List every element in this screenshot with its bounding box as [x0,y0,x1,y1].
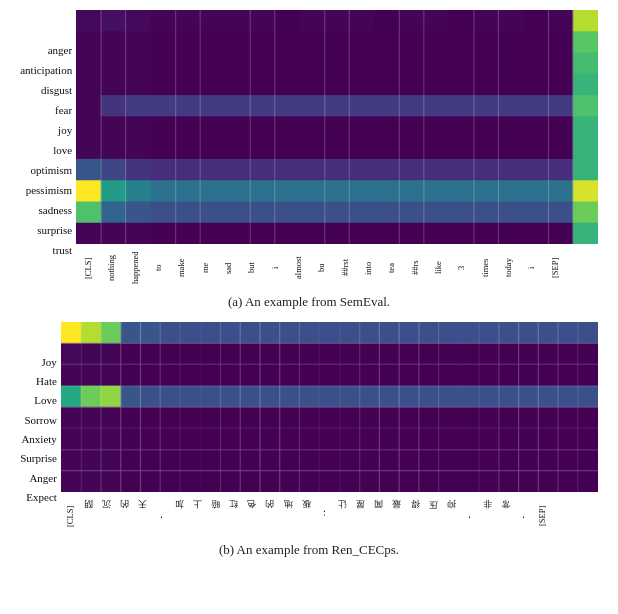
y-label: love [20,140,72,160]
x-label: to [146,246,169,290]
y-label: Sorrow [20,411,57,430]
renceeps-canvas [61,322,598,492]
x-label: 红 [224,494,242,538]
x-label: 闻 [369,494,387,538]
y-label: fear [20,100,72,120]
y-label: Love [20,391,57,410]
y-label: anger [20,40,72,60]
renceeps-section: JoyHateLoveSorrowAnxietySurpriseAngerExp… [5,322,613,566]
x-label: [SEP] [543,246,566,290]
x-label: ##rs [403,246,426,290]
y-label: Hate [20,372,57,391]
semeval-canvas [76,10,598,244]
y-label: Surprise [20,449,57,468]
x-label: 抑 [442,494,460,538]
x-label: i [519,246,542,290]
x-label: i [263,246,286,290]
x-label: bu [309,246,332,290]
y-label: sadness [20,200,72,220]
renceeps-caption: (b) An example from Ren_CECps. [219,542,399,558]
y-label: Joy [20,353,57,372]
x-label: 阴 [79,494,97,538]
renceeps-x-labels: [CLS]阴沉的天，加上暗红色的地板；让屋闻最得压抑，非常，[SEP] [61,494,551,538]
y-label: joy [20,120,72,140]
x-label: 加 [170,494,188,538]
x-label: tea [379,246,402,290]
semeval-x-labels: [CLS]nothinghappenedtomakemesadbutialmos… [76,246,566,290]
x-label: [CLS] [76,246,99,290]
x-label: 色 [242,494,260,538]
y-label: pessimism [20,180,72,200]
x-label: make [169,246,192,290]
x-label: ， [460,494,478,538]
x-label: 让 [333,494,351,538]
x-label: 常 [496,494,514,538]
y-label: anticipation [20,60,72,80]
x-label: ， [152,494,170,538]
x-label: 3 [449,246,472,290]
x-label: 地 [279,494,297,538]
x-label: 的 [115,494,133,538]
x-label: into [356,246,379,290]
semeval-heatmap-wrapper: angeranticipationdisgustfearjoyloveoptim… [20,10,598,290]
x-label: almost [286,246,309,290]
x-label: 得 [406,494,424,538]
x-label: 沉 [97,494,115,538]
renceeps-heatmap-wrapper: JoyHateLoveSorrowAnxietySurpriseAngerExp… [20,322,598,538]
semeval-heatmap-and-x: [CLS]nothinghappenedtomakemesadbutialmos… [76,10,598,290]
x-label: ##rst [333,246,356,290]
x-label: ， [514,494,532,538]
x-label: me [193,246,216,290]
x-label: [SEP] [533,494,551,538]
y-label: Anxiety [20,430,57,449]
x-label: today [496,246,519,290]
x-label: 天 [133,494,151,538]
x-label: 压 [424,494,442,538]
x-label: 板 [297,494,315,538]
semeval-y-labels: angeranticipationdisgustfearjoyloveoptim… [20,40,76,260]
x-label: 暗 [206,494,224,538]
y-label: Anger [20,469,57,488]
x-label: 的 [260,494,278,538]
x-label: sad [216,246,239,290]
x-label: ； [315,494,333,538]
x-label: 屋 [351,494,369,538]
figure-container: angeranticipationdisgustfearjoyloveoptim… [5,10,613,570]
y-label: disgust [20,80,72,100]
semeval-section: angeranticipationdisgustfearjoyloveoptim… [5,10,613,318]
renceeps-y-labels: JoyHateLoveSorrowAnxietySurpriseAngerExp… [20,353,61,508]
y-label: Expect [20,488,57,507]
x-label: [CLS] [61,494,79,538]
x-label: 非 [478,494,496,538]
x-label: 最 [387,494,405,538]
semeval-caption: (a) An example from SemEval. [228,294,390,310]
x-label: happened [123,246,146,290]
x-label: like [426,246,449,290]
y-label: trust [20,240,72,260]
y-label: optimism [20,160,72,180]
y-label: surprise [20,220,72,240]
x-label: nothing [99,246,122,290]
renceeps-heatmap-and-x: [CLS]阴沉的天，加上暗红色的地板；让屋闻最得压抑，非常，[SEP] [61,322,598,538]
x-label: but [239,246,262,290]
x-label: 上 [188,494,206,538]
x-label: times [473,246,496,290]
